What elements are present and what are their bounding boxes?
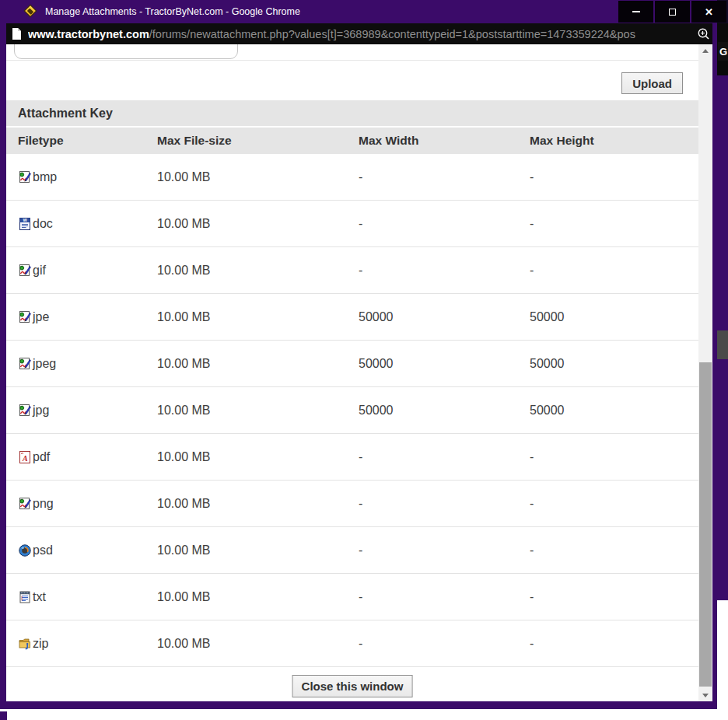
max-width-cell: -: [359, 450, 530, 464]
max-height-cell: 50000: [530, 310, 698, 324]
max-width-cell: 50000: [359, 310, 530, 324]
max-height-cell: -: [530, 543, 698, 557]
background-bottom-strip: [0, 709, 717, 720]
max-width-cell: -: [359, 637, 530, 651]
minimize-button[interactable]: [618, 1, 653, 23]
window-border-left: [0, 23, 6, 709]
filetype-label: psd: [33, 543, 53, 557]
filetype-label: jpeg: [33, 357, 56, 371]
screen: G Manage Attachments - TractorByNet.com …: [0, 0, 728, 720]
scrollbar[interactable]: [698, 44, 712, 701]
max-filesize-cell: 10.00 MB: [157, 404, 359, 418]
filetype-cell: txt: [18, 590, 157, 604]
section-title: Attachment Key: [6, 100, 698, 126]
image-file-icon: [18, 264, 32, 278]
filetype-label: gif: [33, 264, 46, 278]
filetype-label: png: [33, 497, 54, 511]
filetype-label: txt: [33, 590, 46, 604]
divider: [6, 60, 698, 61]
minimize-icon: [632, 11, 640, 12]
maximize-button[interactable]: [655, 1, 690, 23]
max-filesize-cell: 10.00 MB: [157, 497, 359, 511]
svg-text:A: A: [22, 453, 28, 462]
image-file-icon: [18, 310, 32, 324]
arrow-down-icon: [702, 694, 709, 697]
background-page-sliver: [717, 600, 728, 720]
arrow-up-icon: [702, 49, 709, 53]
table-row: gif10.00 MB--: [6, 247, 698, 294]
psd-file-icon: [18, 543, 32, 557]
background-bookmark-badge: G: [718, 42, 728, 61]
url-bar[interactable]: www.tractorbynet.com/forums/newattachmen…: [6, 23, 714, 44]
window-border-bottom: [0, 701, 717, 709]
table-row: png10.00 MB--: [6, 481, 698, 527]
close-icon: ✕: [705, 7, 713, 17]
background-scrollbar-thumb: [717, 330, 728, 359]
background-purple-chip: [0, 711, 7, 720]
zoom-in-icon[interactable]: [697, 27, 710, 40]
scrollbar-thumb[interactable]: [699, 362, 712, 687]
window-controls: ✕: [618, 1, 726, 23]
upload-button[interactable]: Upload: [621, 72, 683, 94]
max-height-cell: -: [530, 217, 698, 231]
close-window-button[interactable]: Close this window: [292, 675, 413, 697]
max-filesize-cell: 10.00 MB: [157, 590, 359, 604]
scrollbar-up-button[interactable]: [698, 44, 712, 57]
table-row: bmp10.00 MB--: [6, 154, 698, 201]
table-row: Wdoc10.00 MB--: [6, 201, 698, 247]
filetype-label: jpe: [33, 310, 49, 324]
max-filesize-cell: 10.00 MB: [157, 310, 359, 324]
max-height-cell: -: [530, 170, 698, 184]
max-height-cell: 50000: [530, 357, 698, 371]
image-file-icon: [18, 497, 32, 511]
max-filesize-cell: 10.00 MB: [157, 637, 359, 651]
attachment-filename-input[interactable]: [14, 44, 238, 59]
table-row: jpe10.00 MB5000050000: [6, 294, 698, 341]
filetype-cell: Wdoc: [18, 217, 157, 231]
pdf-file-icon: A: [18, 450, 32, 464]
max-height-cell: -: [530, 590, 698, 604]
table-row: txt10.00 MB--: [6, 574, 698, 620]
max-width-cell: -: [359, 497, 530, 511]
table-row: zip10.00 MB--: [6, 620, 698, 667]
zip-folder-icon: [18, 637, 32, 651]
image-file-icon: [18, 357, 32, 371]
max-filesize-cell: 10.00 MB: [157, 264, 359, 278]
url-path: /forums/newattachment.php?values[t]=3689…: [149, 28, 635, 40]
header-max-filesize: Max File-size: [157, 134, 359, 148]
header-filetype: Filetype: [18, 134, 157, 148]
max-height-cell: 50000: [530, 404, 698, 418]
image-file-icon: [18, 170, 32, 184]
max-width-cell: -: [359, 590, 530, 604]
close-button[interactable]: ✕: [691, 1, 726, 23]
max-height-cell: -: [530, 450, 698, 464]
window-title: Manage Attachments - TractorByNet.com - …: [45, 0, 300, 23]
tractorbynet-diamond-sign-icon: [24, 5, 37, 18]
page-content: Upload Attachment Key Filetype Max File-…: [6, 44, 698, 701]
url-domain: www.tractorbynet.com: [28, 28, 149, 40]
max-height-cell: -: [530, 264, 698, 278]
max-width-cell: -: [359, 170, 530, 184]
table-row: jpeg10.00 MB5000050000: [6, 341, 698, 387]
max-filesize-cell: 10.00 MB: [157, 357, 359, 371]
text-file-icon: [18, 590, 32, 604]
filetype-cell: zip: [18, 637, 157, 651]
filetype-cell: jpeg: [18, 357, 157, 371]
max-width-cell: -: [359, 543, 530, 557]
filetype-label: bmp: [33, 170, 57, 184]
svg-text:W: W: [23, 218, 27, 222]
scrollbar-down-button[interactable]: [698, 689, 712, 701]
filetype-cell: bmp: [18, 170, 157, 184]
word-doc-icon: W: [18, 217, 32, 231]
filetype-cell: jpg: [18, 404, 157, 418]
filetype-label: pdf: [33, 450, 50, 464]
max-filesize-cell: 10.00 MB: [157, 170, 359, 184]
table-row: Apdf10.00 MB--: [6, 434, 698, 481]
url-text: www.tractorbynet.com/forums/newattachmen…: [28, 28, 681, 40]
image-file-icon: [18, 404, 32, 418]
max-width-cell: -: [359, 217, 530, 231]
table-row: psd10.00 MB--: [6, 527, 698, 574]
max-filesize-cell: 10.00 MB: [157, 450, 359, 464]
background-window-strip: G: [717, 0, 728, 720]
header-max-height: Max Height: [530, 134, 698, 148]
